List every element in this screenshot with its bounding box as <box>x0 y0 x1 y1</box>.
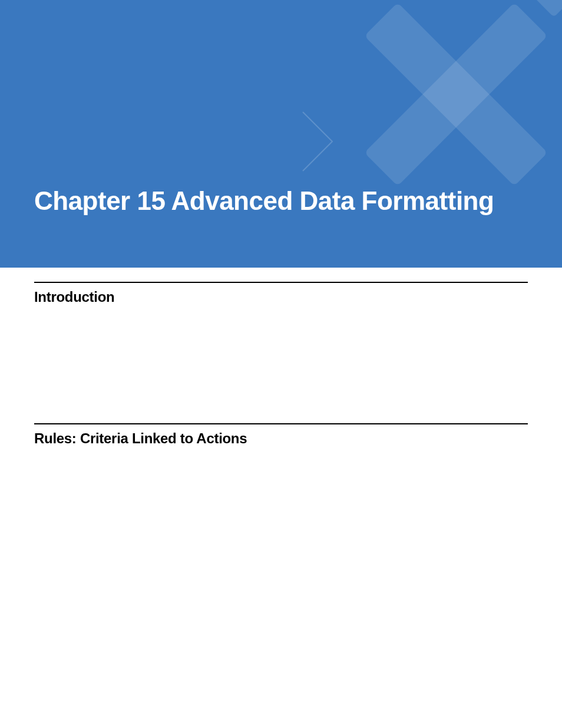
section-introduction: Introduction <box>34 282 528 305</box>
svg-rect-2 <box>533 0 562 17</box>
svg-rect-0 <box>364 2 547 186</box>
section-spacer <box>34 305 528 409</box>
section-divider <box>34 423 528 424</box>
banner-decorative-graphic <box>279 0 562 268</box>
chapter-banner: Chapter 15 Advanced Data Formatting <box>0 0 562 268</box>
section-rules: Rules: Criteria Linked to Actions <box>34 423 528 447</box>
section-heading-rules: Rules: Criteria Linked to Actions <box>34 430 528 447</box>
chapter-title: Chapter 15 Advanced Data Formatting <box>34 186 494 216</box>
section-heading-introduction: Introduction <box>34 289 528 305</box>
document-page: Chapter 15 Advanced Data Formatting Intr… <box>0 0 562 728</box>
section-divider <box>34 282 528 283</box>
page-content: Introduction Rules: Criteria Linked to A… <box>0 282 562 447</box>
svg-rect-1 <box>364 2 547 186</box>
